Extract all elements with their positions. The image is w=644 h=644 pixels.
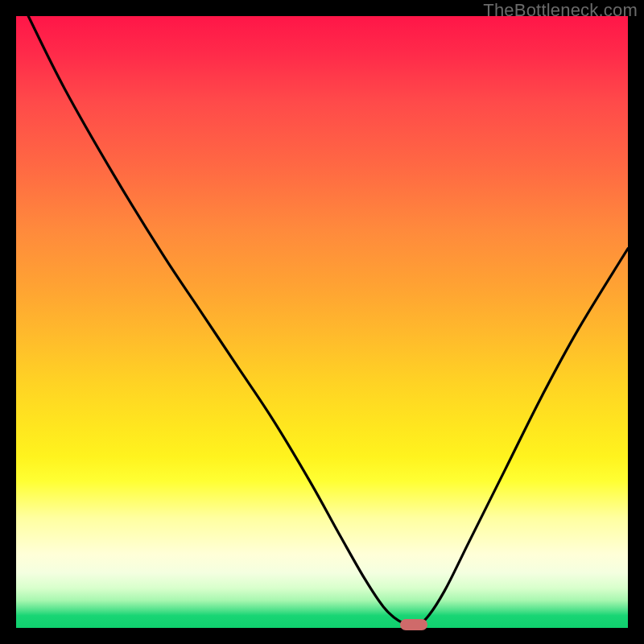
- chart-frame: TheBottleneck.com: [0, 0, 644, 644]
- watermark-text: TheBottleneck.com: [483, 0, 638, 21]
- optimal-marker: [400, 619, 427, 630]
- curve-svg: [16, 16, 628, 628]
- bottleneck-curve: [28, 16, 628, 625]
- plot-area: [16, 16, 628, 628]
